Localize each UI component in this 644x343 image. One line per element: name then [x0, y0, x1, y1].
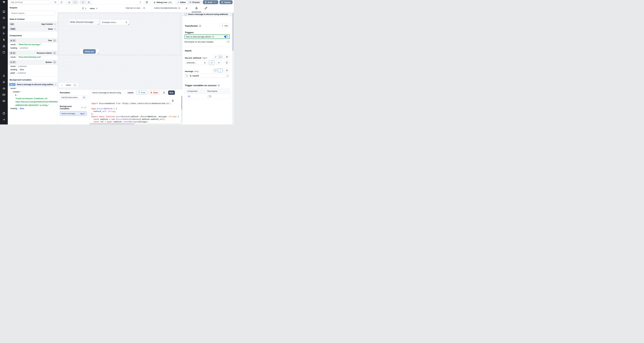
bg0-result-line[interactable]: x6dRlyll2z1Be-3QC5m25'}" as string." [8, 104, 58, 107]
info-icon[interactable] [218, 84, 220, 86]
recompute-toggle[interactable] [226, 41, 230, 43]
frequency-dropdown[interactable]: once [90, 6, 98, 10]
mobile-view-button[interactable] [80, 0, 86, 4]
tab-styling[interactable] [204, 7, 208, 10]
press-me-button[interactable]: Press me [83, 49, 96, 54]
info-icon[interactable] [178, 7, 180, 9]
copy-code-icon[interactable] [172, 100, 174, 102]
chevron-down-icon[interactable] [54, 28, 56, 30]
bg-runnable-item-selected[interactable]: Send a message... bg_0 [60, 111, 87, 116]
run-on-start-toggle[interactable] [224, 36, 228, 38]
fullscreen-button[interactable] [72, 0, 78, 4]
undo-button[interactable] [52, 0, 58, 4]
eval-mode-function-icon[interactable]: ƒ [218, 55, 223, 59]
resize-handle[interactable] [128, 24, 129, 25]
info-icon[interactable] [212, 36, 214, 38]
tab-add-component[interactable] [185, 7, 188, 10]
runnable-title-input[interactable]: Send a message to discord using [91, 90, 125, 95]
folders-icon[interactable] [2, 93, 5, 96]
prop-value[interactable]: undefined [18, 65, 26, 68]
add-transformer-button[interactable]: Add [220, 24, 230, 28]
state-row[interactable]: state State [8, 26, 58, 32]
code-horizontal-scrollbar[interactable] [89, 123, 181, 124]
fork-button[interactable]: Fork [136, 90, 147, 95]
add-resource-button[interactable] [216, 60, 222, 65]
redo-button[interactable] [58, 0, 64, 4]
tab-preview[interactable]: Preview [188, 0, 202, 4]
eval-mode-function-icon[interactable]: ƒ [218, 68, 223, 72]
tab-editor[interactable]: Editor [176, 0, 188, 4]
component-a-row[interactable]: a Text [8, 38, 58, 43]
resource-picker[interactable]: u/henri/te... [185, 60, 208, 65]
resize-handle[interactable] [98, 24, 99, 24]
align-center-button[interactable] [66, 0, 72, 4]
collapse-button[interactable] [53, 39, 56, 42]
prop-value[interactable]: "Write Discord message:" [18, 44, 41, 46]
debug-runs-button[interactable]: Debug runs (23) [152, 0, 174, 4]
add-bg-runnable-button[interactable] [84, 106, 87, 109]
prop-value[interactable]: undefined [20, 47, 28, 49]
component-c-row[interactable]: c Button [8, 60, 58, 65]
prop-value[interactable]: undefined [18, 72, 26, 74]
chevron-down-icon[interactable] [54, 23, 56, 25]
panel-scrollbar[interactable] [232, 12, 234, 124]
prop-value[interactable]: false [20, 108, 24, 110]
clear-x-icon[interactable] [204, 62, 206, 64]
clear-x-icon[interactable] [125, 21, 128, 24]
search-outputs-input[interactable] [10, 11, 56, 16]
runs-icon[interactable] [2, 32, 5, 35]
prop-value[interactable]: "$res:u/henri/testing_bot" [18, 56, 41, 58]
edit-resource-button[interactable] [209, 60, 214, 65]
hide-bar-toggle[interactable] [142, 7, 145, 9]
info-icon[interactable] [199, 25, 201, 27]
code-vertical-scrollbar[interactable] [181, 96, 182, 123]
resize-handle[interactable] [98, 53, 99, 54]
collapse-button[interactable] [53, 61, 56, 64]
more-menu-icon[interactable] [140, 1, 141, 4]
audit-eye-icon[interactable] [2, 100, 5, 102]
reload-button[interactable] [161, 90, 167, 95]
schedules-icon[interactable] [2, 51, 5, 54]
zoom-out-button[interactable]: − [60, 83, 64, 87]
text-component[interactable]: Write Discord message: [70, 19, 99, 25]
connect-plug-button[interactable] [224, 68, 230, 72]
resource-select-component[interactable]: Example resou... [100, 20, 130, 25]
deploy-button[interactable]: Deploy [220, 0, 232, 4]
docs-book-button[interactable] [144, 0, 150, 4]
cache-button[interactable]: Cache [126, 90, 135, 95]
bg0-result-line[interactable]: "Could not interpret "{'webhook_url': [8, 97, 58, 100]
refresh-resources-button[interactable] [224, 60, 230, 65]
zoom-in-button[interactable]: + [72, 83, 77, 87]
app-canvas[interactable]: Write Discord message: Example resou... … [58, 12, 182, 89]
resources-icon[interactable] [2, 44, 5, 48]
connect-plug-button[interactable] [224, 55, 230, 59]
clear-button[interactable]: Clear [148, 90, 160, 95]
users-icon[interactable] [2, 74, 5, 77]
desktop-view-button[interactable] [86, 0, 92, 4]
message-expression-editor[interactable]: 1 b.result [185, 74, 230, 78]
runnable-item[interactable]: hub/1511/discord/se... c [60, 95, 87, 100]
workspace-icon[interactable] [2, 10, 5, 13]
bg0-result-line[interactable]: 'https://discord.com/api/webhooks/117254… [8, 100, 58, 104]
static-mode-pencil-icon[interactable] [213, 68, 218, 72]
static-mode-pencil-icon[interactable] [213, 55, 218, 59]
run-button[interactable]: Run [168, 90, 175, 95]
refresh-count-button[interactable]: 1 [80, 6, 88, 10]
workers-robot-icon[interactable] [2, 87, 5, 90]
bg0-row[interactable]: bg_0 Send a message to discord using web… [8, 82, 58, 87]
windmill-logo[interactable] [0, 0, 8, 4]
component-b-row[interactable]: b Resource Select [8, 50, 58, 56]
tab-component-settings[interactable] [195, 7, 198, 10]
expand-editor-icon[interactable] [226, 74, 230, 78]
prop-value[interactable]: false [20, 68, 24, 71]
code-content[interactable]: import discordwebhook from "https://deno… [89, 96, 181, 123]
recompute-c-toggle[interactable] [207, 95, 212, 98]
ctx-row[interactable]: ctx App Context [8, 22, 58, 26]
favorites-icon[interactable] [2, 16, 5, 20]
home-icon[interactable] [2, 26, 5, 29]
variables-icon[interactable]: $ [2, 38, 5, 41]
settings-gear-icon[interactable] [2, 81, 5, 84]
expand-rail-icon[interactable] [2, 118, 5, 121]
draft-button[interactable]: Draft ⌘S [203, 0, 218, 4]
help-icon[interactable] [2, 112, 5, 115]
